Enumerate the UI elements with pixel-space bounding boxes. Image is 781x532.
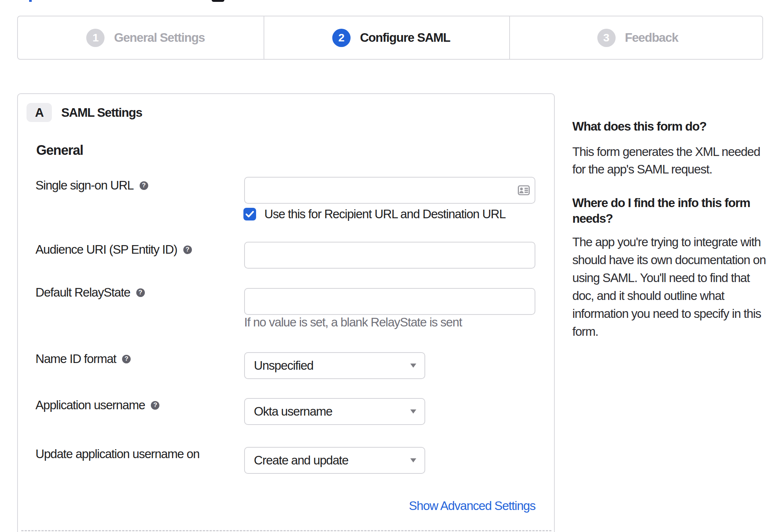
step-configure-saml[interactable]: 2 Configure SAML (264, 16, 509, 59)
recipient-url-checkbox-label: Use this for Recipient URL and Destinati… (264, 208, 505, 220)
chevron-down-icon (410, 364, 416, 368)
help-icon[interactable]: ? (140, 181, 148, 190)
sidebar-answer-2: The app you're trying to integrate with … (572, 233, 766, 341)
step-feedback[interactable]: 3 Feedback (509, 16, 762, 59)
step-2-label: Configure SAML (360, 31, 450, 45)
saml-settings-card: A SAML Settings General Single sign-on U… (17, 93, 555, 532)
name-id-format-label: Name ID format (35, 351, 116, 366)
update-username-select[interactable]: Create and update (244, 447, 425, 474)
help-icon[interactable]: ? (136, 288, 145, 297)
clipped-title-fragment-blue (29, 0, 32, 2)
step-general-settings[interactable]: 1 General Settings (18, 16, 264, 59)
audience-uri-input[interactable] (244, 242, 535, 269)
name-id-format-select[interactable]: Unspecified (244, 352, 425, 379)
section-header: A SAML Settings (27, 103, 142, 122)
update-username-value: Create and update (254, 453, 348, 467)
application-username-label: Application username (35, 398, 145, 413)
step-3-label: Feedback (625, 31, 678, 45)
step-1-number: 1 (86, 29, 105, 47)
clipped-title-fragment-descender (212, 0, 224, 2)
id-card-icon[interactable] (518, 185, 530, 195)
check-icon (245, 210, 254, 218)
relay-state-label: Default RelayState (35, 285, 130, 300)
sso-url-label-row: Single sign-on URL ? (35, 178, 148, 193)
chevron-down-icon (410, 459, 416, 463)
section-dashed-divider (21, 530, 551, 531)
recipient-url-checkbox-row: Use this for Recipient URL and Destinati… (243, 208, 505, 220)
relay-state-label-row: Default RelayState ? (35, 285, 145, 300)
audience-uri-label: Audience URI (SP Entity ID) (35, 242, 177, 257)
sidebar-question-2: Where do I find the info this form needs… (572, 195, 750, 226)
wizard-step-bar: 1 General Settings 2 Configure SAML 3 Fe… (17, 16, 763, 60)
application-username-value: Okta username (254, 404, 332, 419)
update-username-label-row: Update application username on (35, 447, 199, 461)
audience-uri-label-row: Audience URI (SP Entity ID) ? (35, 242, 192, 257)
section-letter-badge: A (27, 103, 52, 122)
chevron-down-icon (410, 410, 416, 414)
sso-url-input[interactable] (244, 177, 535, 204)
update-username-label: Update application username on (35, 447, 199, 461)
application-username-select[interactable]: Okta username (244, 398, 425, 425)
help-icon[interactable]: ? (183, 245, 192, 254)
help-icon[interactable]: ? (122, 355, 131, 363)
sidebar-question-1: What does this form do? (572, 119, 706, 134)
name-id-format-value: Unspecified (254, 359, 313, 373)
relay-state-helper-text: If no value is set, a blank RelayState i… (244, 315, 462, 329)
sso-url-input-wrap (244, 177, 535, 204)
step-3-number: 3 (597, 29, 616, 47)
sso-url-label: Single sign-on URL (35, 178, 134, 193)
show-advanced-settings-link[interactable]: Show Advanced Settings (409, 499, 535, 513)
help-icon[interactable]: ? (151, 401, 159, 410)
step-1-label: General Settings (114, 31, 205, 45)
relay-state-input[interactable] (244, 288, 535, 315)
sidebar-answer-1: This form generates the XML needed for t… (572, 143, 760, 178)
general-group-heading: General (36, 142, 83, 159)
step-2-number: 2 (332, 29, 351, 47)
recipient-url-checkbox[interactable] (243, 208, 256, 220)
name-id-format-label-row: Name ID format ? (35, 351, 131, 366)
application-username-label-row: Application username ? (35, 398, 159, 413)
section-title: SAML Settings (61, 106, 142, 120)
